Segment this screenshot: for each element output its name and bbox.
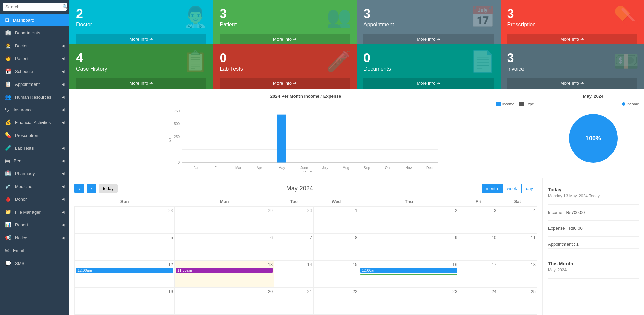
cal-cell[interactable]: 30	[274, 207, 314, 234]
svg-text:July: July	[322, 166, 328, 170]
svg-rect-24	[277, 115, 286, 163]
cal-cell[interactable]: 18	[498, 261, 537, 288]
sidebar-arrow-financial-activities: ◀	[62, 120, 64, 125]
cal-today-btn[interactable]: today	[99, 184, 118, 193]
svg-text:Oct: Oct	[385, 166, 391, 170]
sidebar-item-email[interactable]: ✉ Email	[0, 244, 69, 257]
sidebar-item-schedule[interactable]: 📅 Schedule ◀	[0, 65, 69, 78]
sidebar-label-human-resources: Human Resources	[15, 95, 51, 100]
cal-cell[interactable]: 20	[175, 288, 274, 315]
sidebar-item-departments[interactable]: 🏢 Departments	[0, 26, 69, 39]
sidebar-label-report: Report	[15, 222, 28, 227]
cal-event[interactable]	[360, 274, 457, 275]
cal-cell[interactable]: 1311:30am	[175, 261, 274, 288]
sidebar-item-financial-activities[interactable]: 💰 Financial Activities ◀	[0, 116, 69, 129]
cal-cell[interactable]: 6	[175, 234, 274, 261]
search-input[interactable]	[5, 4, 62, 9]
cal-cell[interactable]: 1612:00am	[359, 261, 459, 288]
sidebar-icon-pharmacy: 🏥	[5, 170, 12, 176]
sidebar-item-doctor[interactable]: 👨‍⚕️ Doctor ◀	[0, 39, 69, 52]
cal-cell[interactable]: 9	[359, 234, 459, 261]
sidebar-item-report[interactable]: 📊 Report ◀	[0, 218, 69, 231]
cal-week-btn[interactable]: week	[503, 184, 521, 193]
cal-month-btn[interactable]: month	[482, 184, 503, 193]
svg-text:Jan: Jan	[194, 166, 199, 170]
sidebar-item-insurance[interactable]: 🛡 Insurance ◀	[0, 103, 69, 116]
cal-cell[interactable]: 21	[274, 288, 314, 315]
sidebar-item-lab-tests[interactable]: 🧪 Lab Tests ◀	[0, 142, 69, 154]
sidebar-icon-email: ✉	[5, 247, 9, 253]
stats-row-2: 4 Case History 📋 More Info ➔ 0 Lab Tests…	[69, 44, 644, 89]
cal-event[interactable]: 12:00am	[360, 268, 457, 273]
cal-cell[interactable]: 28	[75, 207, 175, 234]
sidebar-item-notice[interactable]: 📢 Notice ◀	[0, 231, 69, 244]
sidebar-item-pharmacy[interactable]: 🏥 Pharmacy ◀	[0, 167, 69, 180]
sidebar-item-appointment[interactable]: 📋 Appointment ◀	[0, 78, 69, 91]
sidebar-item-prescription[interactable]: 💊 Prescription	[0, 129, 69, 142]
svg-text:Rs: Rs	[168, 138, 172, 142]
this-month-title: This Month	[548, 261, 639, 266]
cal-cell[interactable]: 1	[313, 207, 359, 234]
appointment-item: Appointment : 1	[548, 240, 639, 249]
cal-cell[interactable]: 2	[359, 207, 459, 234]
cal-cell[interactable]: 11	[498, 234, 537, 261]
svg-text:100%: 100%	[585, 135, 601, 142]
sidebar-label-bed: Bed	[14, 158, 21, 163]
sidebar-arrow-human-resources: ◀	[62, 95, 64, 99]
stat-icon-prescription: 💊	[614, 5, 639, 29]
svg-text:May: May	[278, 166, 285, 170]
sidebar-item-sms[interactable]: 💬 SMS	[0, 257, 69, 270]
stat-more-info-documents[interactable]: More Info ➔	[363, 78, 494, 89]
stat-card-invoice: 3 Invoice 💵 More Info ➔	[501, 44, 644, 89]
cal-prev-btn[interactable]: ‹	[74, 184, 84, 193]
cal-cell[interactable]: 4	[498, 207, 537, 234]
sidebar-arrow-medicine: ◀	[62, 184, 64, 189]
cal-cell[interactable]: 29	[175, 207, 274, 234]
sidebar-label-patient: Patient	[15, 56, 28, 61]
stat-more-info-invoice[interactable]: More Info ➔	[507, 78, 638, 89]
sidebar-item-file-manager[interactable]: 📁 File Manager ◀	[0, 205, 69, 218]
sidebar-item-dashboard[interactable]: ⊞ Dashboard	[0, 14, 69, 26]
stats-row-1: 2 Doctor 👨‍⚕️ More Info ➔ 3 Patient 👥 Mo…	[69, 0, 644, 44]
stat-more-info-patient[interactable]: More Info ➔	[220, 34, 350, 44]
cal-cell[interactable]: 22	[313, 288, 359, 315]
cal-cell[interactable]: 24	[459, 288, 498, 315]
cal-cell[interactable]: 8	[313, 234, 359, 261]
search-box[interactable]: 🔍	[3, 3, 67, 11]
stat-more-info-doctor[interactable]: More Info ➔	[76, 34, 206, 44]
cal-cell[interactable]: 17	[459, 261, 498, 288]
cal-cell[interactable]: 25	[498, 288, 537, 315]
stat-icon-doctor: 👨‍⚕️	[183, 5, 208, 29]
sidebar-item-patient[interactable]: 🧑 Patient ◀	[0, 52, 69, 65]
sidebar-label-donor: Donor	[15, 197, 27, 202]
cal-event[interactable]: 11:30am	[176, 268, 273, 273]
stat-more-info-appointment[interactable]: More Info ➔	[363, 34, 494, 44]
cal-cell[interactable]: 23	[359, 288, 459, 315]
stat-more-info-lab-tests[interactable]: More Info ➔	[220, 78, 350, 89]
cal-day-num: 5	[76, 235, 173, 240]
cal-day-num: 8	[315, 235, 357, 240]
cal-cell[interactable]: 15	[313, 261, 359, 288]
svg-text:Aug: Aug	[343, 166, 349, 170]
sidebar-item-human-resources[interactable]: 👥 Human Resources ◀	[0, 91, 69, 103]
cal-event[interactable]: 12:00am	[76, 268, 173, 273]
stat-more-info-case-history[interactable]: More Info ➔	[76, 78, 206, 89]
cal-cell[interactable]: 14	[274, 261, 314, 288]
cal-cell[interactable]: 7	[274, 234, 314, 261]
cal-next-btn[interactable]: ›	[87, 184, 96, 193]
cal-cell[interactable]: 3	[459, 207, 498, 234]
sidebar-icon-prescription: 💊	[5, 132, 12, 138]
cal-header-wed: Wed	[313, 197, 359, 207]
cal-cell[interactable]: 1212:00am	[75, 261, 175, 288]
sidebar-item-bed[interactable]: 🛏 Bed ◀	[0, 154, 69, 167]
cal-cell[interactable]: 10	[459, 234, 498, 261]
cal-cell[interactable]: 5	[75, 234, 175, 261]
sidebar-item-medicine[interactable]: 💉 Medicine ◀	[0, 180, 69, 193]
stat-more-info-prescription[interactable]: More Info ➔	[507, 34, 638, 44]
sidebar-icon-medicine: 💉	[5, 183, 12, 189]
cal-day-num: 13	[176, 262, 273, 267]
cal-cell[interactable]: 19	[75, 288, 175, 315]
calendar-view-buttons: month week day	[482, 184, 537, 193]
sidebar-item-donor[interactable]: 🩸 Donor ◀	[0, 193, 69, 205]
cal-day-btn[interactable]: day	[521, 184, 537, 193]
